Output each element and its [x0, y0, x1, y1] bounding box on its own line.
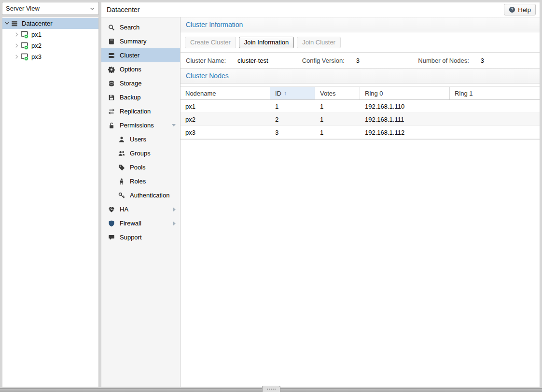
caret-collapsed-icon[interactable] — [12, 54, 21, 59]
column-header-votes[interactable]: Votes — [315, 87, 360, 99]
caret-expanded-icon[interactable] — [2, 21, 11, 26]
node-online-icon — [21, 53, 29, 61]
cell-id: 1 — [270, 103, 315, 110]
menu-item-pools[interactable]: Pools — [101, 160, 180, 174]
grid-body: px1 1 1 192.168.1.110 px2 2 1 192.168.1.… — [181, 100, 540, 140]
caret-collapsed-icon[interactable] — [12, 43, 21, 48]
menu-item-options[interactable]: Options — [101, 62, 180, 76]
book-icon — [108, 38, 115, 45]
chevron-down-icon — [89, 6, 95, 12]
table-row-px1[interactable]: px1 1 1 192.168.1.110 — [181, 100, 540, 113]
tree-item-px2[interactable]: px2 — [2, 40, 98, 51]
cell-ring0: 192.168.1.111 — [360, 116, 450, 123]
view-mode-label: Server View — [6, 5, 40, 12]
cell-votes: 1 — [315, 129, 360, 136]
cluster-nodes-title: Cluster Nodes — [181, 69, 540, 84]
menu-item-authentication[interactable]: Authentication — [101, 188, 180, 202]
bottom-log-splitter[interactable] — [0, 388, 542, 392]
person-icon — [118, 178, 125, 185]
gear-icon — [108, 66, 115, 73]
join-cluster-button[interactable]: Join Cluster — [297, 37, 341, 48]
tree-item-label: px1 — [31, 31, 42, 38]
user-icon — [118, 136, 125, 143]
tree-item-px3[interactable]: px3 — [2, 51, 98, 62]
help-button[interactable]: ? Help — [504, 4, 536, 15]
menu-item-label: Groups — [130, 150, 176, 157]
number-of-nodes-value: 3 — [481, 57, 484, 64]
tag-icon — [118, 164, 125, 171]
right-column: Datacenter ? Help Search — [101, 2, 540, 387]
cell-votes: 1 — [315, 116, 360, 123]
menu-item-label: Backup — [120, 94, 176, 101]
tree-item-label: Datacenter — [22, 20, 53, 27]
menu-item-support[interactable]: Support — [101, 230, 180, 244]
app-root: Server View — [0, 0, 542, 392]
menu-item-users[interactable]: Users — [101, 132, 180, 146]
menu-item-label: Roles — [130, 178, 176, 185]
menu-item-groups[interactable]: Groups — [101, 146, 180, 160]
svg-text:?: ? — [511, 7, 514, 12]
submenu-arrow-icon — [173, 222, 176, 225]
key-icon — [118, 192, 125, 199]
menu-item-label: Options — [120, 66, 176, 73]
column-header-ring0[interactable]: Ring 0 — [360, 87, 450, 99]
menu-item-label: Authentication — [130, 192, 176, 199]
number-of-nodes-field: Number of Nodes: 3 — [418, 57, 534, 64]
menu-item-label: Summary — [120, 38, 176, 45]
menu-item-summary[interactable]: Summary — [101, 34, 180, 48]
table-row-px3[interactable]: px3 3 1 192.168.1.112 — [181, 126, 540, 139]
tree-item-datacenter[interactable]: Datacenter — [2, 18, 98, 29]
unlock-icon — [108, 122, 115, 129]
number-of-nodes-label: Number of Nodes: — [418, 57, 469, 64]
menu-item-label: Replication — [120, 108, 176, 115]
header-bar: Datacenter ? Help — [101, 2, 540, 17]
menu-item-cluster[interactable]: Cluster — [101, 48, 180, 62]
datacenter-icon — [11, 20, 19, 28]
resource-tree: Datacenter px1 — [2, 17, 99, 387]
main-area: Server View — [0, 0, 542, 388]
menu-item-storage[interactable]: Storage — [101, 76, 180, 90]
cell-ring0: 192.168.1.112 — [360, 129, 450, 136]
menu-item-label: Users — [130, 136, 176, 143]
users-icon — [118, 150, 125, 157]
caret-collapsed-icon[interactable] — [12, 32, 21, 37]
menu-item-ha[interactable]: HA — [101, 202, 180, 216]
table-row-px2[interactable]: px2 2 1 192.168.1.111 — [181, 113, 540, 126]
column-header-ring1[interactable]: Ring 1 — [450, 87, 540, 99]
sort-asc-icon: ↑ — [284, 90, 287, 97]
bottom-panel-collapse-handle[interactable] — [262, 386, 280, 392]
cell-nodename: px2 — [181, 116, 270, 123]
join-information-button[interactable]: Join Information — [239, 37, 294, 48]
config-version-label: Config Version: — [302, 57, 345, 64]
node-online-icon — [21, 31, 29, 39]
exchange-arrows-icon — [108, 108, 115, 115]
menu-item-label: Support — [120, 234, 176, 241]
cell-id: 2 — [270, 116, 315, 123]
menu-item-permissions[interactable]: Permissions — [101, 118, 180, 132]
search-icon — [108, 24, 115, 31]
cluster-summary-row: Cluster Name: cluster-test Config Versio… — [181, 53, 540, 69]
view-mode-select[interactable]: Server View — [2, 2, 99, 15]
menu-item-backup[interactable]: Backup — [101, 90, 180, 104]
menu-item-replication[interactable]: Replication — [101, 104, 180, 118]
floppy-icon — [108, 94, 115, 101]
menu-item-roles[interactable]: Roles — [101, 174, 180, 188]
tree-item-label: px2 — [31, 42, 42, 49]
left-column: Server View — [2, 2, 99, 387]
column-header-id[interactable]: ID ↑ — [270, 87, 315, 99]
create-cluster-button[interactable]: Create Cluster — [185, 37, 236, 48]
node-online-icon — [21, 42, 29, 50]
cluster-name-label: Cluster Name: — [186, 57, 226, 64]
cluster-information-title: Cluster Information — [181, 17, 540, 32]
cell-votes: 1 — [315, 103, 360, 110]
tree-item-px1[interactable]: px1 — [2, 29, 98, 40]
cell-ring0: 192.168.1.110 — [360, 103, 450, 110]
menu-item-label: Pools — [130, 164, 176, 171]
menu-item-search[interactable]: Search — [101, 20, 180, 34]
menu-item-firewall[interactable]: Firewall — [101, 216, 180, 230]
column-header-nodename[interactable]: Nodename — [181, 87, 270, 99]
menu-item-label: Permissions — [120, 122, 172, 129]
submenu-arrow-icon — [173, 208, 176, 211]
config-version-value: 3 — [356, 57, 360, 64]
cluster-toolbar: Create Cluster Join Information Join Clu… — [181, 32, 540, 53]
